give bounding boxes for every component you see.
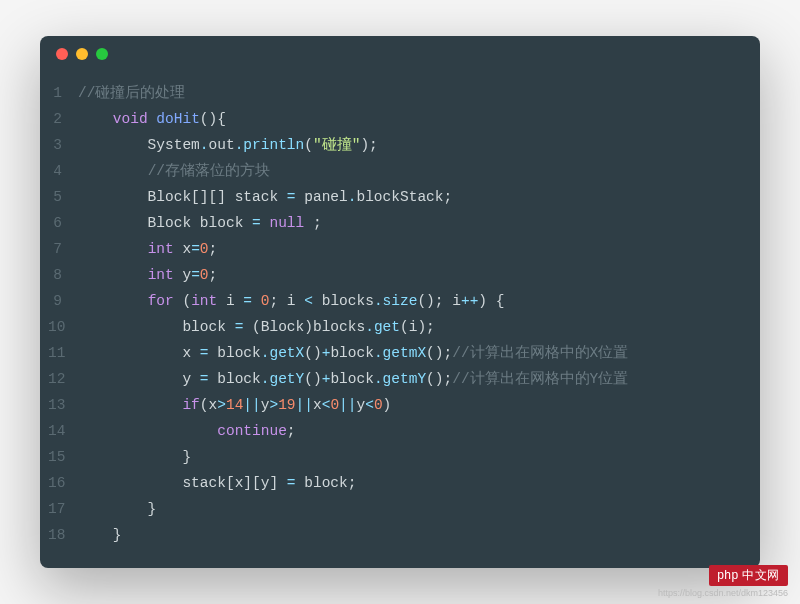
maximize-icon[interactable]: [96, 48, 108, 60]
code-line: x = block.getX()+block.getmX();//计算出在网格中…: [78, 340, 628, 366]
code-window: 123456789101112131415161718 //碰撞后的处理 voi…: [40, 36, 760, 568]
line-number: 17: [48, 496, 62, 522]
line-number: 1: [48, 80, 62, 106]
line-number: 13: [48, 392, 62, 418]
code-line: block = (Block)blocks.get(i);: [78, 314, 628, 340]
line-number: 8: [48, 262, 62, 288]
code-line: int x=0;: [78, 236, 628, 262]
code-line: //碰撞后的处理: [78, 80, 628, 106]
code-line: void doHit(){: [78, 106, 628, 132]
line-number: 14: [48, 418, 62, 444]
code-content: //碰撞后的处理 void doHit(){ System.out.printl…: [78, 80, 628, 548]
code-line: //存储落位的方块: [78, 158, 628, 184]
line-number: 15: [48, 444, 62, 470]
code-line: System.out.println("碰撞");: [78, 132, 628, 158]
line-number: 18: [48, 522, 62, 548]
watermark-url: https://blog.csdn.net/dkm123456: [658, 588, 788, 598]
code-line: int y=0;: [78, 262, 628, 288]
code-line: stack[x][y] = block;: [78, 470, 628, 496]
code-line: }: [78, 522, 628, 548]
code-line: y = block.getY()+block.getmY();//计算出在网格中…: [78, 366, 628, 392]
line-number: 7: [48, 236, 62, 262]
window-titlebar: [40, 36, 760, 72]
line-number: 9: [48, 288, 62, 314]
code-line: continue;: [78, 418, 628, 444]
close-icon[interactable]: [56, 48, 68, 60]
line-number: 16: [48, 470, 62, 496]
code-line: }: [78, 444, 628, 470]
code-line: }: [78, 496, 628, 522]
line-number: 11: [48, 340, 62, 366]
code-line: if(x>14||y>19||x<0||y<0): [78, 392, 628, 418]
code-line: Block[][] stack = panel.blockStack;: [78, 184, 628, 210]
code-editor: 123456789101112131415161718 //碰撞后的处理 voi…: [40, 72, 760, 568]
line-number: 4: [48, 158, 62, 184]
line-number: 12: [48, 366, 62, 392]
watermark: php 中文网 https://blog.csdn.net/dkm123456: [658, 565, 788, 598]
code-line: Block block = null ;: [78, 210, 628, 236]
code-line: for (int i = 0; i < blocks.size(); i++) …: [78, 288, 628, 314]
line-number: 10: [48, 314, 62, 340]
line-number: 6: [48, 210, 62, 236]
watermark-badge: php 中文网: [709, 565, 788, 586]
line-number: 5: [48, 184, 62, 210]
line-number: 2: [48, 106, 62, 132]
minimize-icon[interactable]: [76, 48, 88, 60]
line-number-gutter: 123456789101112131415161718: [48, 80, 78, 548]
line-number: 3: [48, 132, 62, 158]
